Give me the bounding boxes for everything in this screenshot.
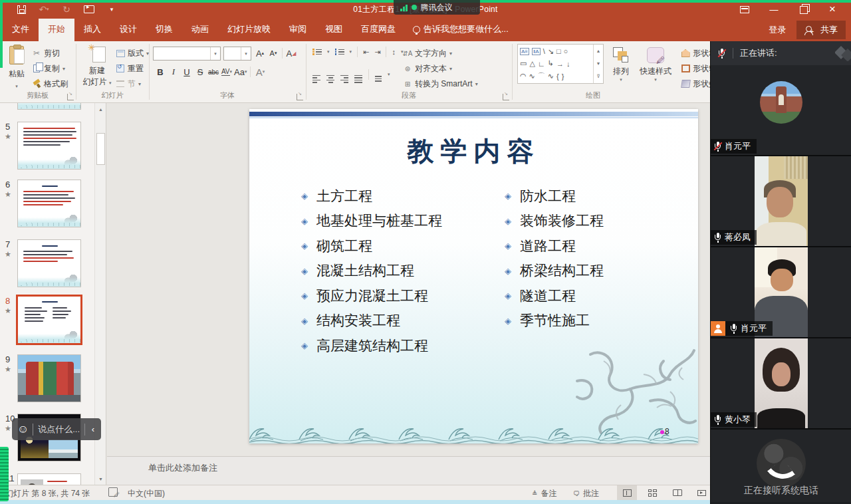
shapes-gallery[interactable]: A≡ ‖A \ ↘ □ ○ ▭ △ ∟ ↳ → ↓	[517, 44, 604, 84]
textbox-icon[interactable]: A≡	[520, 48, 529, 55]
bullets-button[interactable]	[312, 47, 322, 57]
ribbon-display-options-icon[interactable]	[730, 0, 759, 19]
shape-wave-icon[interactable]: ∿	[548, 72, 554, 80]
tab-transitions[interactable]: 切换	[146, 18, 182, 41]
tab-baidu-netdisk[interactable]: 百度网盘	[352, 18, 405, 41]
tencent-meeting-floatbar[interactable]: 腾讯会议	[394, 0, 480, 15]
scroll-down-icon[interactable]: ▼	[96, 473, 106, 484]
shape-elbow-arrow-icon[interactable]: ↳	[548, 59, 554, 68]
notes-toggle[interactable]: ≜备注	[532, 488, 556, 499]
minimize-icon[interactable]: —	[759, 0, 789, 19]
slide-sorter-view-icon[interactable]	[642, 485, 662, 500]
tab-review[interactable]: 审阅	[280, 18, 316, 41]
shape-elbow-icon[interactable]: ∟	[538, 60, 545, 68]
align-right-button[interactable]	[340, 66, 348, 83]
tab-design[interactable]: 设计	[110, 18, 146, 41]
decrease-indent-icon[interactable]: ⇤	[363, 48, 369, 57]
section-button[interactable]: 节▾	[116, 76, 141, 91]
font-name-combo[interactable]: ▾	[153, 47, 221, 61]
shrink-font-button[interactable]: A▾	[267, 47, 279, 60]
smartart-button[interactable]: ⊞转换为 SmartArt▾	[403, 76, 478, 91]
paste-button[interactable]: 粘贴▾	[4, 45, 29, 98]
chat-collapse-icon[interactable]: ‹	[85, 424, 101, 434]
slide-left-column[interactable]: ◈土方工程 ◈地基处理与桩基工程 ◈砌筑工程 ◈混凝土结构工程 ◈预应力混凝土工…	[301, 184, 442, 358]
copy-button[interactable]: 复制▾	[32, 61, 65, 76]
justify-button[interactable]	[354, 66, 362, 83]
text-direction-button[interactable]: ⇵A文字方向▾	[403, 46, 452, 61]
align-center-button[interactable]	[326, 66, 334, 83]
numbering-button[interactable]	[335, 47, 344, 57]
columns-button[interactable]	[375, 68, 382, 82]
layout-button[interactable]: 版式▾	[116, 46, 149, 61]
tab-insert[interactable]: 插入	[74, 18, 110, 41]
chat-placeholder[interactable]: 说点什么...	[33, 424, 84, 436]
shapes-scrollbar[interactable]: ▲▼⊽	[593, 45, 603, 83]
smiley-icon[interactable]: ☺	[17, 423, 29, 436]
cut-button[interactable]: ✂剪切	[32, 46, 60, 61]
notes-pane[interactable]: 单击此处添加备注	[107, 456, 710, 485]
tab-view[interactable]: 视图	[316, 18, 352, 41]
font-size-combo[interactable]: ▾	[223, 47, 251, 61]
signin-button[interactable]: 登录	[765, 21, 790, 39]
participant-tile[interactable]: 正在接听系统电话	[711, 430, 851, 502]
shape-curve-icon[interactable]: ∿	[529, 72, 535, 80]
slide-right-column[interactable]: ◈防水工程 ◈装饰装修工程 ◈道路工程 ◈桥梁结构工程 ◈隧道工程 ◈季节性施工	[505, 184, 604, 333]
format-painter-button[interactable]: 格式刷	[32, 76, 68, 91]
shape-arc-icon[interactable]: ⌒	[538, 71, 545, 81]
shape-line-icon[interactable]: \	[543, 47, 545, 55]
muted-mic-icon[interactable]	[717, 49, 726, 59]
scrollbar-thumb[interactable]	[96, 133, 105, 165]
change-case-button[interactable]: Aa▾	[234, 65, 247, 78]
shape-right-arrow-icon[interactable]: →	[556, 60, 564, 68]
scroll-up-icon[interactable]: ▲	[96, 104, 106, 114]
shape-freeform-icon[interactable]: ◠	[520, 72, 527, 80]
spellcheck-icon[interactable]	[108, 487, 118, 497]
grow-font-button[interactable]: A▴	[254, 47, 266, 60]
font-dialog-launcher[interactable]	[297, 94, 303, 100]
shape-right-brace-icon[interactable]: }	[562, 72, 564, 80]
language-indicator[interactable]: 中文(中国)	[128, 488, 165, 499]
strikethrough-button[interactable]: S	[194, 65, 206, 78]
normal-view-icon[interactable]	[617, 485, 637, 500]
meeting-chat-bubble[interactable]: ☺ 说点什么... ‹	[12, 418, 101, 440]
italic-button[interactable]: I	[168, 65, 180, 78]
shape-down-arrow-icon[interactable]: ↓	[566, 60, 570, 68]
slide-title[interactable]: 教学内容	[249, 133, 698, 170]
tab-file[interactable]: 文件	[3, 18, 39, 41]
clipboard-dialog-launcher[interactable]	[67, 94, 74, 100]
current-slide[interactable]: 教学内容 ◈土方工程 ◈地基处理与桩基工程 ◈砌筑工程 ◈混凝土结构工程 ◈预应…	[249, 109, 698, 443]
shape-oval-icon[interactable]: ○	[564, 47, 568, 55]
close-icon[interactable]: ×	[818, 0, 847, 19]
bold-button[interactable]: B	[154, 65, 166, 78]
tab-animations[interactable]: 动画	[182, 18, 218, 41]
underline-button[interactable]: U	[181, 65, 193, 78]
line-spacing-button[interactable]: ↕	[392, 48, 396, 56]
clear-format-button[interactable]: A◢	[285, 47, 297, 60]
increase-indent-icon[interactable]: ⇥	[374, 48, 380, 57]
quick-styles-button[interactable]: 快速样式▾	[637, 45, 674, 82]
shape-round-rect-icon[interactable]: ▭	[520, 59, 527, 68]
participant-tile[interactable]: 蒋必凤	[711, 156, 851, 247]
arrange-button[interactable]: 排列▾	[606, 45, 636, 82]
shape-rect-icon[interactable]: □	[556, 47, 561, 55]
participant-tile[interactable]: 黄小琴	[711, 338, 851, 430]
char-spacing-button[interactable]: AV▾	[221, 65, 233, 78]
align-text-button[interactable]: ⊜对齐文本▾	[403, 61, 452, 76]
tell-me-box[interactable]: 告诉我您想要做什么...	[405, 18, 517, 41]
subscript-button[interactable]: abc	[207, 65, 219, 78]
reset-button[interactable]: 重置	[116, 61, 144, 76]
shape-arrow-icon[interactable]: ↘	[548, 47, 554, 56]
participant-tile[interactable]: 肖元平	[711, 247, 851, 338]
font-color-button[interactable]: A▾	[254, 65, 266, 78]
paragraph-dialog-launcher[interactable]	[503, 94, 509, 100]
comments-toggle[interactable]: 🗨批注	[573, 488, 599, 499]
tab-slideshow[interactable]: 幻灯片放映	[218, 18, 280, 41]
restore-icon[interactable]	[789, 0, 818, 19]
share-button[interactable]: + 共享	[796, 21, 846, 39]
align-left-button[interactable]	[312, 66, 320, 83]
participant-tile[interactable]: 肖元平	[711, 65, 851, 156]
tab-home[interactable]: 开始	[39, 18, 74, 41]
slideshow-view-icon[interactable]	[691, 485, 711, 500]
shape-left-brace-icon[interactable]: {	[556, 72, 559, 80]
shape-triangle-icon[interactable]: △	[529, 59, 535, 68]
